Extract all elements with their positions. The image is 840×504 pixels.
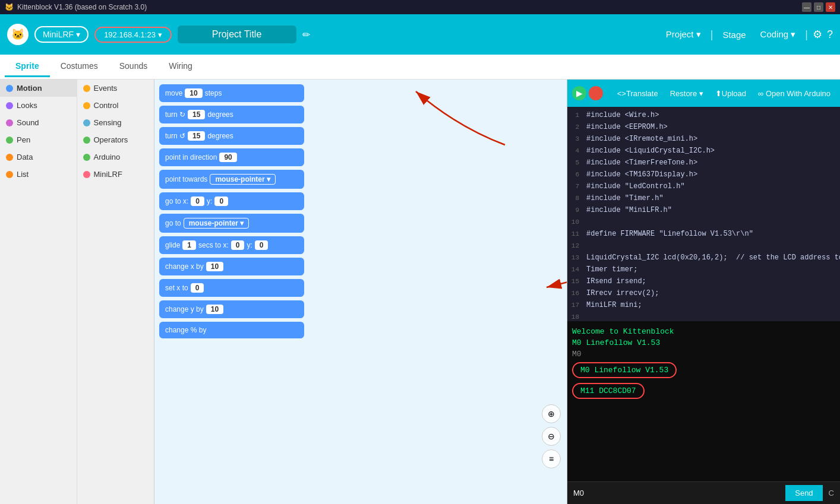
point-direction-block[interactable]: point in direction 90 <box>159 148 304 166</box>
right-panel: ▶ <>Translate Restore ▾ ⬆Upload ∞ Open W… <box>567 80 840 504</box>
category-events[interactable]: Events <box>77 80 154 97</box>
zoom-in-button[interactable]: ⊕ <box>542 404 561 423</box>
fit-screen-button[interactable]: ≡ <box>542 449 561 468</box>
category-pen[interactable]: Pen <box>0 131 77 148</box>
stage-controls: ⊕ ⊖ ≡ <box>542 404 561 468</box>
category-sound[interactable]: Sound <box>0 114 77 131</box>
edit-icon[interactable]: ✏ <box>302 29 310 40</box>
code-line-8: 8 #include "Timer.h" <box>567 192 840 204</box>
left-panel: Motion Looks Sound Pen Data <box>0 80 154 504</box>
code-line-3: 3 #include <IRremote_mini.h> <box>567 133 840 145</box>
window-controls: — □ ✕ <box>802 2 835 12</box>
code-line-12: 12 <box>567 240 840 252</box>
code-line-2: 2 #include <EEPROM.h> <box>567 121 840 133</box>
ip-address-button[interactable]: 192.168.4.1:23 ▾ <box>94 27 171 43</box>
restore-button[interactable]: Restore ▾ <box>665 87 708 100</box>
set-x-block[interactable]: set x to 0 <box>159 279 304 297</box>
code-line-1: 1 #include <Wire.h> <box>567 109 840 121</box>
annotation-arrow <box>535 252 567 299</box>
code-header: ▶ <>Translate Restore ▾ ⬆Upload ∞ Open W… <box>567 80 840 107</box>
list-dot <box>6 171 13 178</box>
code-line-10: 10 <box>567 216 840 228</box>
settings-icon[interactable]: ⚙ <box>813 28 822 41</box>
point-towards-block[interactable]: point towards mouse-pointer ▾ <box>159 170 304 189</box>
terminal[interactable]: Welcome to Kittenblock M0 Linefollow V1.… <box>567 321 840 481</box>
control-dot <box>83 102 90 109</box>
center-stage: 连接成功 ⊕ <box>309 80 567 504</box>
minilrf-dot <box>83 171 90 178</box>
operators-dot <box>83 137 90 144</box>
events-dot <box>83 85 90 92</box>
category-data[interactable]: Data <box>0 148 77 166</box>
category-sensing[interactable]: Sensing <box>77 114 154 131</box>
turn-ccw-block[interactable]: turn ↺ 15 degrees <box>159 127 304 145</box>
code-line-14: 14 Timer timer; <box>567 264 840 275</box>
goto-target-block[interactable]: go to mouse-pointer ▾ <box>159 214 304 233</box>
motion-dot <box>6 85 13 92</box>
upload-button[interactable]: ⬆Upload <box>710 87 751 100</box>
turn-cw-block[interactable]: turn ↻ 15 degrees <box>159 106 304 123</box>
change-percent-block[interactable]: change % by <box>159 322 304 338</box>
terminal-line-welcome: Welcome to Kittenblock <box>572 326 835 337</box>
looks-dot <box>6 102 13 109</box>
device-button[interactable]: MiniLRF ▾ <box>34 26 89 43</box>
clear-button[interactable]: C <box>823 485 840 501</box>
tab-costumes[interactable]: Costumes <box>50 56 109 77</box>
terminal-line-1: M0 Linefollow V1.53 <box>572 337 835 348</box>
blocks-area: move 10 steps turn ↻ 15 degrees turn ↺ 1… <box>154 80 309 504</box>
category-minilrf[interactable]: MiniLRF <box>77 166 154 183</box>
category-motion[interactable]: Motion <box>0 80 77 97</box>
category-column-left: Motion Looks Sound Pen Data <box>0 80 77 504</box>
code-line-15: 15 IRsend irsend; <box>567 275 840 287</box>
terminal-line-2: M0 <box>572 348 835 360</box>
move-block[interactable]: move 10 steps <box>159 84 304 102</box>
code-line-13: 13 LiquidCrystal_I2C lcd(0x20,16,2); // … <box>567 252 840 264</box>
translate-button[interactable]: <>Translate <box>612 87 663 100</box>
category-operators[interactable]: Operators <box>77 131 154 148</box>
arduino-dot <box>83 154 90 161</box>
glide-block[interactable]: glide 1 secs to x: 0 y: 0 <box>159 236 304 254</box>
data-dot <box>6 154 13 161</box>
sound-dot <box>6 119 13 126</box>
green-flag-button[interactable]: ▶ <box>572 86 586 100</box>
maximize-button[interactable]: □ <box>814 2 823 12</box>
tab-wiring[interactable]: Wiring <box>158 56 203 77</box>
code-line-18: 18 <box>567 311 840 321</box>
code-line-11: 11 #define FIRMWARE "Linefollow V1.53\r\… <box>567 228 840 240</box>
stage-area[interactable]: 连接成功 ⊕ <box>309 80 567 504</box>
open-arduino-button[interactable]: ∞ Open With Arduino <box>753 87 835 100</box>
coding-button[interactable]: Coding ▾ <box>756 27 801 42</box>
category-arduino[interactable]: Arduino <box>77 148 154 166</box>
app-title: Kittenblock V1.36 (based on Scratch 3.0) <box>17 3 147 11</box>
sensing-dot <box>83 119 90 126</box>
tab-sprite[interactable]: Sprite <box>5 56 50 77</box>
terminal-line-3: M0 Linefollow V1.53 <box>572 360 835 381</box>
help-icon[interactable]: ? <box>827 28 833 41</box>
pen-dot <box>6 137 13 144</box>
project-menu-button[interactable]: Project ▾ <box>661 27 706 42</box>
code-line-4: 4 #include <LiquidCrystal_I2C.h> <box>567 145 840 157</box>
main-content: Motion Looks Sound Pen Data <box>0 80 840 504</box>
sub-tabs: Sprite Costumes Sounds Wiring <box>0 55 840 80</box>
terminal-input[interactable] <box>567 485 785 501</box>
terminal-line-4: M11 DCC8CD07 <box>572 381 835 401</box>
category-control[interactable]: Control <box>77 97 154 114</box>
app-icon: 🐱 <box>5 3 14 11</box>
zoom-out-button[interactable]: ⊖ <box>542 427 561 446</box>
change-x-block[interactable]: change x by 10 <box>159 258 304 275</box>
category-looks[interactable]: Looks <box>0 97 77 114</box>
minimize-button[interactable]: — <box>802 2 811 12</box>
header-nav: Project ▾ | Stage Coding ▾ | ⚙ ? <box>661 27 833 42</box>
goto-xy-block[interactable]: go to x: 0 y: 0 <box>159 192 304 210</box>
ip-arrow <box>398 80 517 151</box>
project-title-input[interactable] <box>178 26 296 43</box>
stage-button[interactable]: Stage <box>718 27 750 42</box>
send-button[interactable]: Send <box>785 485 822 501</box>
close-button[interactable]: ✕ <box>826 2 835 12</box>
stop-button[interactable] <box>589 86 603 100</box>
category-list[interactable]: List <box>0 166 77 183</box>
change-y-block[interactable]: change y by 10 <box>159 300 304 318</box>
app-header: 🐱 MiniLRF ▾ 192.168.4.1:23 ▾ ✏ Project ▾… <box>0 14 840 55</box>
tab-sounds[interactable]: Sounds <box>109 56 158 77</box>
code-editor[interactable]: 1 #include <Wire.h> 2 #include <EEPROM.h… <box>567 107 840 321</box>
